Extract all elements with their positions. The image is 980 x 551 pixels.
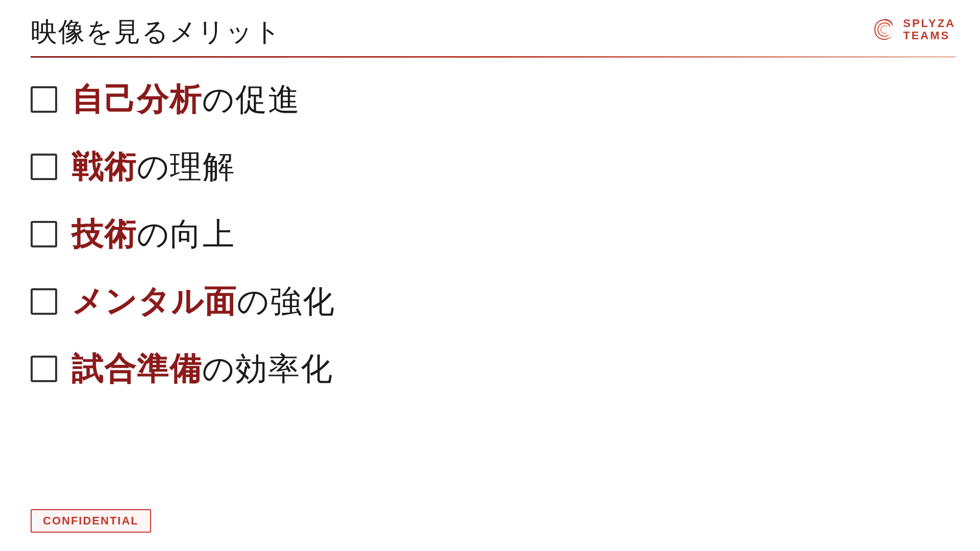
item-text-5: 試合準備の効率化 [71,347,333,390]
item-text-2: 戦術の理解 [71,145,235,188]
item-rest-4: の強化 [237,284,335,319]
item-text-4: メンタル面の強化 [71,280,335,323]
checkbox-icon [31,154,57,180]
list-item: メンタル面の強化 [31,280,949,323]
checkbox-icon [31,356,57,382]
list-item: 技術の向上 [31,213,949,256]
logo-splyza: SPLYZA [903,17,955,30]
item-rest-3: の向上 [137,216,235,252]
logo-text: SPLYZA TEAMS [903,17,955,42]
item-text-3: 技術の向上 [71,213,235,256]
item-highlight-5: 試合準備 [71,351,202,386]
list-item: 戦術の理解 [31,145,949,188]
item-text-1: 自己分析の促進 [71,78,301,121]
logo-area: SPLYZA TEAMS [871,14,955,43]
item-highlight-1: 自己分析 [71,82,202,117]
checkbox-icon [31,86,57,113]
content-area: 自己分析の促進 戦術の理解 技術の向上 メンタル面の強化 試合準備の効率化 [0,58,980,390]
checkbox-icon [31,221,57,247]
item-highlight-3: 技術 [71,216,137,252]
checkbox-icon [31,288,57,315]
item-rest-2: の理解 [137,149,235,184]
logo-icon [871,16,898,43]
slide-header: 映像を見るメリット SPLYZA TEAMS [0,0,980,50]
logo-teams: TEAMS [903,30,955,42]
item-rest-5: の効率化 [202,351,333,386]
item-highlight-4: メンタル面 [71,284,237,319]
item-rest-1: の促進 [202,82,301,117]
item-highlight-2: 戦術 [71,149,137,184]
list-item: 自己分析の促進 [31,78,949,121]
confidential-badge: CONFIDENTIAL [31,509,151,533]
slide-title: 映像を見るメリット [31,14,282,50]
list-item: 試合準備の効率化 [31,347,949,390]
